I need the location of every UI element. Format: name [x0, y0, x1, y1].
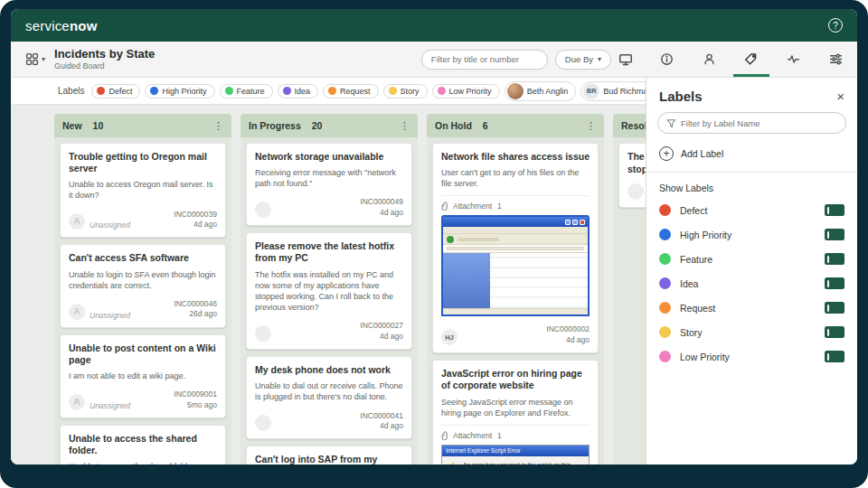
column-menu-icon[interactable]: ⋮ — [213, 120, 223, 132]
assignee-avatar — [255, 325, 271, 342]
logo-now: now — [70, 18, 98, 33]
due-by-select[interactable]: Due By ▾ — [555, 50, 611, 70]
browser-frame: servicenow ? ▾ Incidents by State Guided… — [0, 0, 868, 488]
dialog-titlebar: Internet Explorer Script Error — [442, 446, 589, 456]
card-meta: INC00000274d ago — [360, 321, 403, 342]
card-description: Unable to login to SFA even though login… — [69, 269, 217, 291]
card-title: stopp — [627, 164, 646, 176]
card-title: My desk phone does not work — [255, 364, 403, 376]
board-subtitle: Guided Board — [54, 61, 155, 70]
attachment-row[interactable]: Attachment 1 — [441, 425, 590, 440]
paperclip-icon — [441, 431, 449, 440]
label-pill-feature[interactable]: Feature — [220, 84, 273, 99]
incident-card[interactable]: Network file shares access issue User ca… — [432, 143, 599, 353]
label-color-dot — [659, 229, 671, 240]
board-switcher-button[interactable]: ▾ — [25, 52, 45, 66]
incident-card[interactable]: Can't access SFA software Unable to logi… — [60, 244, 226, 327]
board-area: Labels Defect High Priority Feature Idea… — [11, 78, 646, 465]
label-toggle[interactable] — [825, 253, 844, 265]
label-row-defect: Defect — [646, 198, 857, 222]
incident-number: INC0000039 — [174, 210, 217, 220]
address-bar — [443, 245, 588, 253]
title-filter-input[interactable] — [431, 54, 538, 64]
incident-number: INC0000049 — [360, 197, 403, 207]
label-toggle[interactable] — [825, 302, 844, 314]
add-label-button[interactable]: + Add Label — [646, 142, 857, 173]
column-count: 10 — [93, 120, 104, 131]
label-pill-low-priority[interactable]: Low Priority — [432, 84, 500, 99]
label-toggle[interactable] — [825, 277, 844, 289]
settings-tab[interactable] — [818, 42, 854, 77]
label-color-dot — [659, 302, 671, 314]
incident-card[interactable]: Can't log into SAP from my laptop today … — [246, 446, 412, 465]
column-menu-icon[interactable]: ⋮ — [586, 120, 596, 132]
labels-bar: Labels Defect High Priority Feature Idea… — [11, 78, 646, 105]
logo-service: service — [25, 18, 70, 33]
label-row-low-priority: Low Priority — [646, 344, 857, 369]
label-pill-request[interactable]: Request — [323, 84, 379, 99]
label-toggle[interactable] — [825, 204, 844, 216]
presentation-button[interactable] — [618, 52, 633, 67]
card-description: User can't get to any of his files on th… — [441, 167, 590, 189]
attachment-count: 1 — [497, 431, 502, 440]
maximize-button — [572, 220, 578, 225]
close-icon[interactable]: × — [836, 89, 844, 103]
incident-card[interactable]: The U stopp — [618, 143, 646, 208]
card-meta: INC000004626d ago — [174, 299, 217, 320]
label-pill-defect[interactable]: Defect — [91, 84, 140, 99]
card-description: Unable to access Oregon mail server. Is … — [69, 179, 217, 201]
label-pill-story[interactable]: Story — [383, 84, 428, 99]
attachment-preview[interactable]: Internet Explorer Script Error ! An erro… — [441, 445, 590, 465]
incident-card[interactable]: Unable to post content on a Wiki page I … — [60, 334, 226, 418]
label-pill-text: Defect — [108, 87, 132, 96]
label-toggle[interactable] — [825, 326, 844, 338]
card-meta: INC00000414d ago — [360, 411, 403, 432]
incident-card[interactable]: JavaScript error on hiring page of corpo… — [432, 360, 599, 465]
card-footer: INC00000274d ago — [255, 321, 403, 342]
column-header: On Hold 6 ⋮ — [427, 114, 604, 137]
card-meta: INC00000024d ago — [546, 324, 590, 345]
help-button[interactable]: ? — [828, 18, 843, 33]
incident-number: INC0000041 — [360, 411, 403, 421]
label-color-dot — [659, 351, 671, 362]
card-age: 26d ago — [174, 309, 217, 319]
label-row-high-priority: High Priority — [646, 222, 857, 247]
incident-card[interactable]: My desk phone does not work Unable to di… — [246, 356, 412, 439]
label-toggle[interactable] — [825, 351, 844, 362]
attachment-row[interactable]: Attachment 1 — [441, 195, 590, 211]
people-tab[interactable] — [691, 42, 727, 77]
card-title: Please remove the latest hotfix from my … — [255, 240, 403, 264]
column-header: In Progress 20 ⋮ — [241, 114, 418, 137]
label-filter-input[interactable] — [681, 118, 837, 128]
column-body: Network file shares access issue User ca… — [427, 137, 604, 465]
window-titlebar — [443, 217, 588, 227]
attachment-preview[interactable] — [441, 215, 590, 316]
column-menu-icon[interactable]: ⋮ — [400, 120, 410, 132]
ie-error-dialog-thumbnail: Internet Explorer Script Error ! An erro… — [441, 445, 590, 465]
label-toggle[interactable] — [825, 229, 844, 240]
label-pill-text: Idea — [295, 87, 311, 96]
label-pill-idea[interactable]: Idea — [278, 84, 319, 99]
card-description: I am not able to edit a wiki page. — [69, 371, 217, 381]
incident-card[interactable]: Please remove the latest hotfix from my … — [246, 232, 412, 350]
card-footer: INC00000494d ago — [255, 197, 403, 218]
incident-card[interactable]: Trouble getting to Oregon mail server Un… — [60, 143, 226, 238]
attachment-count: 1 — [497, 202, 502, 211]
incident-number: INC0009001 — [174, 389, 217, 399]
labels-panel: Labels × + Add Label Show Labels Defect — [646, 78, 857, 465]
user-chip-bud[interactable]: BRBud Richman — [580, 81, 646, 101]
label-row-story: Story — [646, 320, 857, 344]
label-pill-high-priority[interactable]: High Priority — [145, 84, 214, 99]
info-tab[interactable] — [648, 42, 684, 77]
card-title: Can't access SFA software — [69, 252, 217, 264]
label-dot — [389, 87, 397, 95]
explorer-window-thumbnail — [441, 215, 590, 316]
user-icon — [703, 52, 716, 66]
labels-tab[interactable] — [733, 42, 769, 77]
card-description: Receiving error message with "network pa… — [255, 167, 403, 189]
info-icon — [660, 52, 674, 66]
incident-card[interactable]: Network storage unavailable Receiving er… — [246, 143, 412, 226]
user-chip-beth[interactable]: Beth Anglin — [505, 81, 577, 101]
incident-card[interactable]: Unable to access the shared folder. Unab… — [60, 425, 226, 465]
activity-tab[interactable] — [776, 42, 812, 77]
